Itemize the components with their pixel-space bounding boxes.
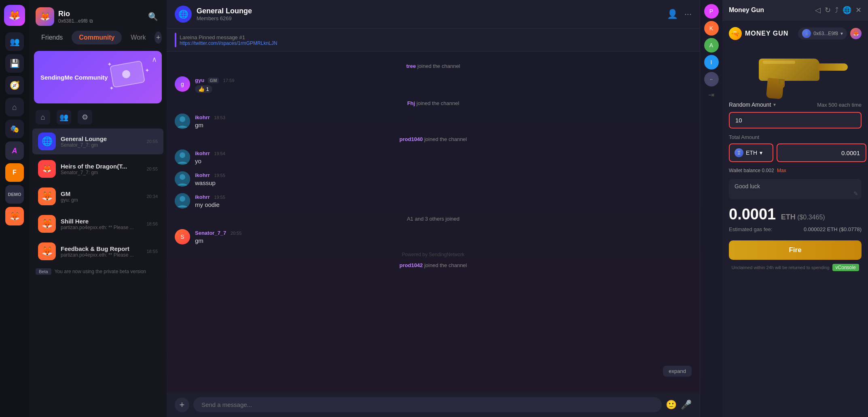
add-tab-button[interactable]: + [155,32,162,44]
channel-avatar-heirs: 🦊 [38,160,56,178]
reaction-thumbsup[interactable]: 👍 1 [195,85,212,93]
mg-token-dropdown[interactable]: ▾ [760,150,762,156]
mg-user-avatar[interactable]: 🦊 [850,28,862,39]
app-logo[interactable]: 🦊 [4,5,25,26]
channel-item-heirs[interactable]: 🦊 Heirs of the Dragon(T... Senator_7_7: … [32,156,163,182]
online-avatar-2[interactable]: K [704,21,719,36]
msg-content-ikohrr-wassup: ikohrr 19:55 wassup [195,171,692,187]
chat-add-button[interactable]: + [175,398,189,412]
online-avatar-5[interactable]: ·· [704,72,719,86]
pinned-url[interactable]: https://twitter.com/i/spaces/1rmGPMRLknL… [180,40,277,46]
msg-text-ikohrr-oodie: my oodie [195,201,692,208]
svg-point-7 [180,196,185,202]
sidebar-mask-icon[interactable]: 🎭 [5,120,24,138]
msg-author-ikohrr-wassup: ikohrr [195,172,210,178]
channel-preview-gm: gyu: gm [61,197,142,203]
banner-card [110,60,145,88]
system-msg-prod1040: prod1040 joined the channel [175,136,692,142]
msg-author-senator: Senator_7_7 [195,230,226,236]
chat-input[interactable] [193,397,662,412]
mg-refresh-button[interactable]: ↻ [825,6,831,15]
tab-community[interactable]: Community [72,31,122,44]
msg-header-ikohrr-yo: ikohrr 19:54 [195,150,692,157]
emoji-button[interactable]: 🙂 [666,400,677,410]
sidebar-compass-icon[interactable]: 🧭 [5,76,24,95]
mg-back-button[interactable]: ◁ [815,6,821,15]
tab-friends[interactable]: Friends [34,31,70,44]
sidebar-friends-icon[interactable]: 👥 [5,32,24,51]
online-avatar-4[interactable]: I [704,55,719,70]
channel-item-gm[interactable]: 🦊 GM gyu: gm 20:34 [32,183,163,209]
community-banner-title: SendingMe Community [40,74,108,81]
community-settings-button[interactable]: ⚙ [78,110,92,124]
mg-message-edit-icon[interactable]: ✎ [853,190,858,197]
sidebar-avengers-icon[interactable]: A [5,141,24,160]
channel-item-shill[interactable]: 🦊 Shill Here partizan.po4epxx.eth: ** Pl… [32,211,163,237]
sidebar-demo-icon[interactable]: DEMO [5,185,24,204]
mg-quantity-input[interactable] [729,112,862,128]
mg-token-select[interactable]: Ξ ETH ▾ [729,143,773,162]
mic-button[interactable]: 🎤 [681,400,692,410]
system-msg-a1: A1 and 3 others joined [175,216,692,222]
mg-globe-button[interactable]: 🌐 [843,6,851,15]
mg-gun-image [729,46,862,95]
gun-barrel [817,63,848,71]
sidebar-f-icon[interactable]: F [5,163,24,182]
mg-close-button[interactable]: ✕ [855,6,862,15]
compass-icon: 🧭 [10,80,20,90]
gun-highlight [763,61,795,64]
search-button[interactable]: 🔍 [146,9,160,24]
channel-item-general-lounge[interactable]: 🌐 General Lounge Senator_7_7: gm 20:55 [32,128,163,154]
mg-eth-icon: Ξ [735,148,743,157]
mg-share-button[interactable]: ⤴ [835,6,838,15]
powered-by: Powered by SendingNetwork [175,252,692,257]
mg-fire-button[interactable]: Fire [729,240,862,260]
mg-message-text[interactable]: Good luck [735,183,856,190]
mg-balance-text: Wallet balance 0.002 [729,168,774,173]
channel-list-header: 🦊 Rio 0x6381...e9f8 ⧉ 🔍 [29,0,167,31]
pinned-message-bar[interactable]: Lareina Pinned message #1 https://twitte… [167,29,700,52]
msg-reaction-gyu[interactable]: 👍 1 [195,84,692,93]
msg-author-ikohrr-oodie: ikohrr [195,194,210,200]
community-people-button[interactable]: 👥 [57,110,71,124]
expand-button[interactable]: expand [663,366,692,377]
channel-avatar-gm: 🦊 [38,187,56,205]
mg-disclaimer: Unclaimed within 24h will be returned to… [729,265,862,270]
beta-bar: Beta You are now using the private beta … [29,265,167,278]
banner-decoration: ✦ ✦ ✦ [107,61,152,93]
header-person-button[interactable]: 👤 [667,9,678,19]
system-username-prod1042: prod1042 [400,262,423,268]
mg-amount-dropdown-icon[interactable]: ▾ [773,102,776,107]
sidebar-home-icon[interactable]: ⌂ [5,98,24,116]
tab-work[interactable]: Work [123,31,153,44]
pinned-content: Lareina Pinned message #1 https://twitte… [180,34,277,46]
channel-preview-general: Senator_7_7: gm [61,142,142,148]
sidebar-save-icon[interactable]: 💾 [5,54,24,73]
collapse-online-button[interactable]: ⇥ [708,91,714,99]
mg-token-amount-input[interactable] [777,143,866,162]
channel-preview-feedback: partizan.po4epxx.eth: ** Please ... [61,252,142,258]
msg-time-gyu: 17:59 [223,78,235,83]
community-home-button[interactable]: ⌂ [36,110,50,124]
mg-max-link[interactable]: Max [777,168,786,173]
header-more-button[interactable]: ··· [684,9,692,19]
banner-collapse-button[interactable]: ∧ [152,55,157,64]
sidebar-fox-icon[interactable]: 🦊 [5,207,24,225]
channel-item-feedback[interactable]: 🦊 Feedback & Bug Report partizan.po4epxx… [32,238,163,264]
chat-input-area: + 🙂 🎤 [167,392,700,417]
msg-content-gyu: gyu GM 17:59 👍 1 [195,76,692,93]
online-avatar-3[interactable]: A [704,38,719,53]
mg-header: Money Gun ◁ ↻ ⤴ 🌐 ✕ [722,0,868,21]
channel-time-general: 20:55 [146,139,158,144]
community-nav: ⌂ 👥 ⚙ [29,107,167,128]
channel-title-area: General Lounge Members 6269 [197,7,252,21]
msg-header-ikohrr-oodie: ikohrr 19:55 [195,193,692,200]
mg-amount-type-row: Random Amount ▾ Max 500 each time [729,101,862,108]
avatar-ikohrr [175,114,190,129]
system-text-prod1040: joined the channel [424,136,467,142]
mg-gas-fee-label: Estimated gas fee: [729,226,773,232]
copy-icon[interactable]: ⧉ [89,18,93,24]
mg-app-name: MONEY GUN [745,30,788,37]
online-avatar-1[interactable]: P [704,4,719,19]
vconsole-badge[interactable]: vConsole [832,264,859,271]
